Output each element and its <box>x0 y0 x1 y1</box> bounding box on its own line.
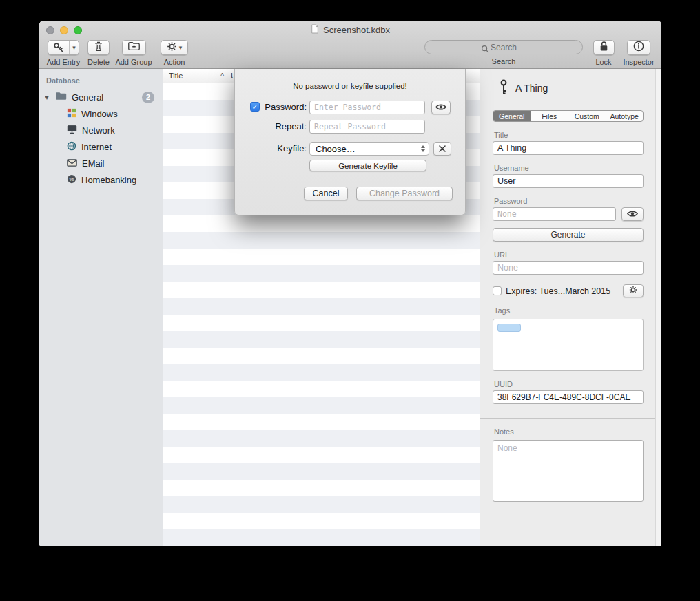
dialog-password-input[interactable] <box>309 101 425 114</box>
notes-field[interactable] <box>493 440 644 502</box>
eye-icon <box>435 101 446 114</box>
titlebar[interactable]: Screenshot.kdbx <box>39 21 661 39</box>
tab-custom[interactable]: Custom <box>568 111 606 121</box>
uuid-field[interactable] <box>493 390 644 404</box>
title-field[interactable] <box>493 141 644 155</box>
percent-coin-icon: % <box>67 174 76 186</box>
password-label: Password <box>494 197 644 205</box>
key-plus-icon <box>48 41 69 54</box>
generate-password-button[interactable]: Generate <box>493 228 644 242</box>
show-password-button[interactable] <box>621 207 644 221</box>
add-entry-button[interactable]: ▾ <box>48 40 79 55</box>
tab-files[interactable]: Files <box>531 111 569 121</box>
keyfile-selected-value: Choose… <box>316 144 421 154</box>
sidebar-item-general[interactable]: ▾ General 2 <box>39 89 163 105</box>
delete-button[interactable] <box>88 40 110 55</box>
expires-settings-button[interactable] <box>623 284 644 297</box>
sidebar-item-internet[interactable]: Internet <box>39 138 163 155</box>
dialog-show-password-button[interactable] <box>431 101 451 114</box>
delete-tool: Delete <box>85 40 112 66</box>
username-label: Username <box>494 164 644 172</box>
notes-label: Notes <box>494 428 644 436</box>
generate-keyfile-label: Generate Keyfile <box>338 162 398 170</box>
add-group-tool: Add Group <box>112 40 155 66</box>
monitor-icon <box>67 125 77 136</box>
sidebar-item-network[interactable]: Network <box>39 122 163 138</box>
generate-label: Generate <box>550 230 585 240</box>
search-input[interactable] <box>424 40 583 54</box>
column-title-label: Title <box>169 72 183 80</box>
column-header-title[interactable]: Title ^ <box>163 69 227 83</box>
tag-pill[interactable] <box>497 324 521 332</box>
entry-title: A Thing <box>515 83 548 94</box>
chevron-down-icon: ▾ <box>179 44 183 51</box>
sidebar-item-homebanking[interactable]: % Homebanking <box>39 171 163 188</box>
windows-grid-icon <box>67 108 76 120</box>
sidebar-item-label: Network <box>82 125 115 136</box>
change-password-label: Change Password <box>369 189 440 198</box>
clear-keyfile-button[interactable] <box>433 142 451 156</box>
sidebar-item-label: Windows <box>81 109 118 119</box>
window-title: Screenshot.kdbx <box>323 25 390 35</box>
gear-icon <box>629 286 637 296</box>
inspector-tool: Inspector <box>619 40 659 66</box>
info-icon <box>633 41 644 54</box>
password-label: Password: <box>261 102 307 112</box>
inspector-scrollbar[interactable] <box>655 69 661 546</box>
uuid-label: UUID <box>494 380 644 388</box>
cancel-button[interactable]: Cancel <box>304 187 348 200</box>
sidebar-item-windows[interactable]: Windows <box>39 105 163 122</box>
expires-checkbox[interactable] <box>493 286 502 295</box>
zoom-button[interactable] <box>74 26 82 34</box>
close-button[interactable] <box>46 26 54 34</box>
password-field[interactable] <box>493 207 616 221</box>
sidebar-item-label: EMail <box>82 158 105 169</box>
change-password-button[interactable]: Change Password <box>356 187 453 200</box>
add-group-button[interactable] <box>122 40 146 55</box>
generate-keyfile-button[interactable]: Generate Keyfile <box>309 160 426 171</box>
sidebar-item-label: Homebanking <box>81 175 136 185</box>
entry-count-badge: 2 <box>142 92 154 103</box>
add-entry-label: Add Entry <box>47 58 80 66</box>
expires-label: Expires: Tues...March 2015 <box>506 286 610 296</box>
action-button[interactable]: ▾ <box>161 40 189 55</box>
search-label: Search <box>492 57 516 65</box>
url-label: URL <box>494 251 644 259</box>
delete-label: Delete <box>88 58 110 66</box>
traffic-lights <box>46 26 82 34</box>
folder-icon <box>55 92 67 103</box>
lock-tool: Lock <box>590 40 617 66</box>
lock-button[interactable] <box>593 40 615 55</box>
keyfile-popup[interactable]: Choose… <box>309 142 429 156</box>
lock-icon <box>599 41 608 54</box>
inspector-tabs: General Files Custom Autotype <box>493 110 644 122</box>
toolbar: ▾ Add Entry Delete <box>39 39 661 69</box>
disclosure-triangle-icon[interactable]: ▾ <box>43 93 50 102</box>
minimize-button[interactable] <box>60 26 68 34</box>
sidebar-item-label: Internet <box>81 142 112 152</box>
sidebar-item-label: General <box>72 92 103 103</box>
sidebar-item-email[interactable]: EMail <box>39 155 163 171</box>
trash-icon <box>94 41 103 54</box>
inspector-panel: A Thing General Files Custom Autotype Ti… <box>480 69 661 546</box>
sort-ascending-icon: ^ <box>220 72 224 80</box>
dialog-message: No password or keyfile supplied! <box>235 82 465 90</box>
url-field[interactable] <box>493 261 644 275</box>
envelope-icon <box>67 158 77 169</box>
close-x-icon <box>439 143 446 155</box>
key-icon <box>500 79 508 98</box>
password-checkbox[interactable]: ✓ <box>250 102 260 112</box>
folder-plus-icon <box>128 41 140 54</box>
tags-box[interactable] <box>493 319 644 371</box>
globe-icon <box>67 141 76 153</box>
username-field[interactable] <box>493 174 644 188</box>
window-chrome: Screenshot.kdbx ▾ Add Entry <box>39 21 661 69</box>
inspector-button[interactable] <box>627 40 650 55</box>
chevron-down-icon[interactable]: ▾ <box>69 41 79 54</box>
search-tool: Search <box>424 40 583 65</box>
tab-autotype[interactable]: Autotype <box>606 111 644 121</box>
repeat-label: Repeat: <box>261 121 307 131</box>
tab-general[interactable]: General <box>493 111 531 121</box>
app-window: Screenshot.kdbx ▾ Add Entry <box>39 21 661 546</box>
dialog-repeat-input[interactable] <box>309 120 425 134</box>
